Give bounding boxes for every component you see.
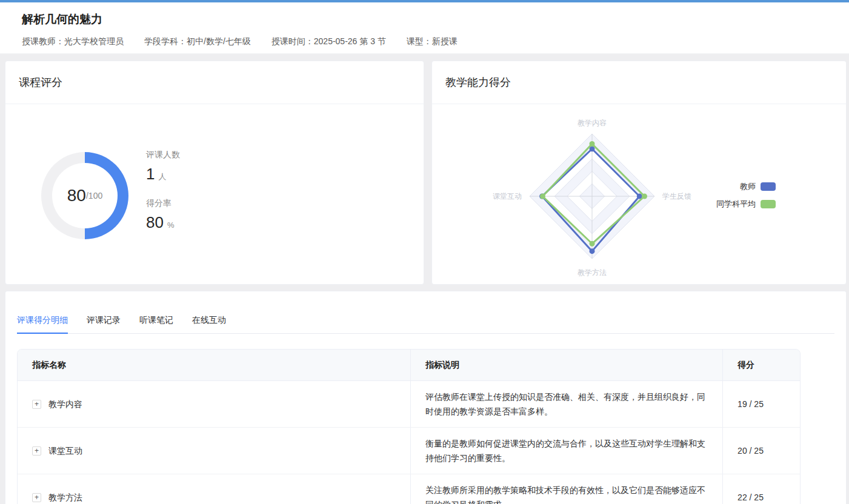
svg-text:学生反馈: 学生反馈 [662,192,691,201]
legend-average-swatch [761,200,776,208]
meta-lesson-type: 课型：新授课 [407,36,458,47]
course-score-max: /100 [86,191,102,201]
score-rate-unit: % [167,220,175,230]
indicator-score: 22 / 25 [722,474,800,504]
course-score-stats: 评课人数 1 人 得分率 80 % [146,150,180,247]
radar-chart-svg: 教学内容学生反馈教学方法课堂互动 [465,105,719,287]
legend-item-teacher[interactable]: 教师 [716,181,776,192]
summary-cards-row: 课程评分 80 /100 评课人数 1 人 得分率 80 % 教学能力得分 教学… [5,61,847,285]
column-header-desc: 指标说明 [410,350,722,381]
course-title: 解析几何的魅力 [22,12,849,27]
tab-online-interaction[interactable]: 在线互动 [192,315,226,333]
column-header-name: 指标名称 [18,350,410,381]
reviewer-count-row: 1 人 [146,165,180,184]
score-detail-table: 指标名称 指标说明 得分 + 教学内容 评估教师在课堂上传授的知识是否准确、相关… [17,349,801,504]
legend-average-label: 同学科平均 [716,199,756,210]
meta-grade-subject: 学段学科：初中/数学/七年级 [144,36,251,47]
teaching-ability-card-title: 教学能力得分 [432,61,846,104]
svg-text:教学内容: 教学内容 [578,119,607,127]
indicator-score: 19 / 25 [722,381,800,428]
score-rate-row: 80 % [146,213,180,232]
score-rate-value: 80 [146,213,164,232]
indicator-name: 课堂互动 [48,443,82,458]
score-rate-label: 得分率 [146,198,180,209]
teaching-ability-card: 教学能力得分 教学内容学生反馈教学方法课堂互动 教师 同学科平均 [431,61,847,285]
indicator-desc: 衡量的是教师如何促进课堂内的交流与合作，以及这些互动对学生理解和支持他们学习的重… [410,428,722,474]
expand-row-icon[interactable]: + [32,493,41,502]
reviewer-count-label: 评课人数 [146,150,180,161]
course-score-card: 课程评分 80 /100 评课人数 1 人 得分率 80 % [5,61,424,285]
table-header-row: 指标名称 指标说明 得分 [18,350,800,381]
course-score-gauge: 80 /100 [41,152,128,239]
svg-text:教学方法: 教学方法 [578,268,607,277]
indicator-name: 教学内容 [48,397,82,411]
table-row: + 教学方法 关注教师所采用的教学策略和技术手段的有效性，以及它们是否能够适应不… [18,474,800,504]
column-header-score: 得分 [722,350,800,381]
reviewer-count-value: 1 [146,165,155,184]
meta-teacher: 授课教师：光大学校管理员 [22,36,124,47]
course-score-gauge-center: 80 /100 [52,163,118,228]
reviewer-count-unit: 人 [158,171,166,182]
tab-review-records[interactable]: 评课记录 [87,315,121,333]
course-score-value: 80 [67,186,86,205]
legend-item-subject-average[interactable]: 同学科平均 [716,199,776,210]
course-score-card-title: 课程评分 [5,61,424,104]
course-meta-row: 授课教师：光大学校管理员 学段学科：初中/数学/七年级 授课时间：2025-05… [22,36,849,47]
legend-teacher-label: 教师 [740,181,756,192]
expand-row-icon[interactable]: + [32,400,41,409]
expand-row-icon[interactable]: + [32,446,41,456]
indicator-desc: 关注教师所采用的教学策略和技术手段的有效性，以及它们是否能够适应不同的学习风格和… [410,474,722,504]
meta-time: 授课时间：2025-05-26 第 3 节 [271,36,386,47]
indicator-desc: 评估教师在课堂上传授的知识是否准确、相关、有深度，并且组织良好，同时使用的教学资… [410,381,722,428]
table-row: + 课堂互动 衡量的是教师如何促进课堂内的交流与合作，以及这些互动对学生理解和支… [18,428,800,474]
table-row: + 教学内容 评估教师在课堂上传授的知识是否准确、相关、有深度，并且组织良好，同… [18,381,800,428]
detail-tabs: 评课得分明细 评课记录 听课笔记 在线互动 [17,291,834,334]
indicator-score: 20 / 25 [722,428,800,474]
legend-teacher-swatch [761,182,776,191]
indicator-name: 教学方法 [48,490,82,504]
detail-section: 评课得分明细 评课记录 听课笔记 在线互动 指标名称 指标说明 得分 + 教学内… [5,291,847,504]
radar-legend: 教师 同学科平均 [716,181,776,216]
tab-score-detail[interactable]: 评课得分明细 [17,315,68,334]
svg-text:课堂互动: 课堂互动 [493,192,522,201]
tab-listening-notes[interactable]: 听课笔记 [139,315,173,333]
radar-chart: 教学内容学生反馈教学方法课堂互动 [465,105,719,287]
page-header: 解析几何的魅力 授课教师：光大学校管理员 学段学科：初中/数学/七年级 授课时间… [0,2,849,54]
